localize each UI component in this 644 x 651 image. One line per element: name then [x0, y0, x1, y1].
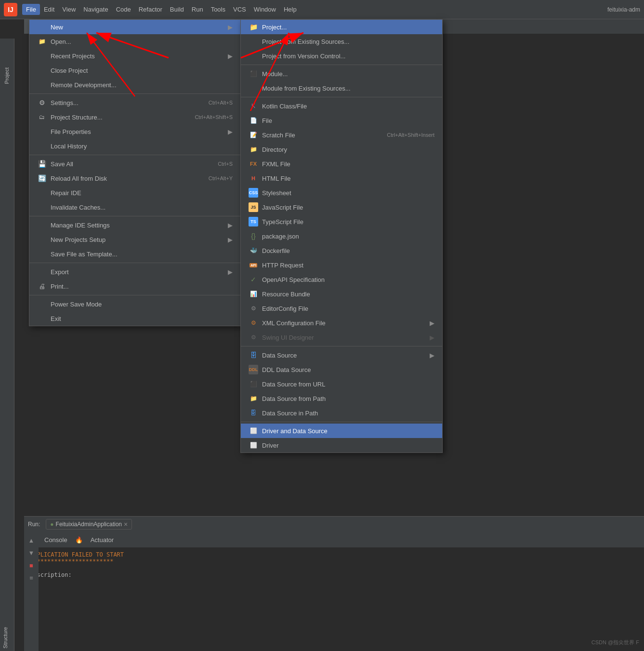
- menu-file-power-save-label: Power Save Mode: [51, 301, 233, 308]
- new-submenu-package-json[interactable]: {} package.json: [241, 229, 442, 243]
- menu-file-export[interactable]: Export ▶: [29, 265, 240, 279]
- menu-file-save-template[interactable]: Save File as Template...: [29, 247, 240, 261]
- new-submenu-datasource[interactable]: 🗄 Data Source ▶: [241, 348, 442, 362]
- menu-file-close[interactable]: Close Project: [29, 63, 240, 78]
- new-submenu-project-existing[interactable]: Project from Existing Sources...: [241, 34, 442, 49]
- new-submenu-resource-bundle-label: Resource Bundle: [262, 291, 434, 298]
- new-submenu-module[interactable]: ⬛ Module...: [241, 66, 442, 81]
- menu-tools[interactable]: Tools: [207, 4, 229, 15]
- new-submenu-swing-label: Swing UI Designer: [262, 334, 426, 341]
- menu-file-settings[interactable]: ⚙ Settings... Ctrl+Alt+S: [29, 95, 240, 110]
- new-submenu-datasource-url[interactable]: ⬛ Data Source from URL: [241, 377, 442, 391]
- new-submenu-typescript[interactable]: TS TypeScript File: [241, 214, 442, 229]
- menu-file-recent[interactable]: Recent Projects ▶: [29, 49, 240, 63]
- tab-console[interactable]: Console: [44, 536, 67, 544]
- menu-file-repair[interactable]: Repair IDE: [29, 186, 240, 200]
- new-submenu-directory[interactable]: 📁 Directory: [241, 142, 442, 157]
- new-submenu-datasource-in-path[interactable]: 🗄 Data Source in Path: [241, 406, 442, 420]
- menu-edit[interactable]: Edit: [40, 4, 58, 15]
- recent-icon: [37, 51, 47, 61]
- run-app-label[interactable]: ● FeituixiaAdminApplication ×: [46, 519, 132, 530]
- menu-run[interactable]: Run: [188, 4, 207, 15]
- manage-settings-arrow: ▶: [228, 222, 233, 229]
- menu-vcs[interactable]: VCS: [229, 4, 250, 15]
- new-submenu-project-vcs[interactable]: Project from Version Control...: [241, 49, 442, 63]
- menu-code[interactable]: Code: [112, 4, 135, 15]
- menu-file-project-structure[interactable]: 🗂 Project Structure... Ctrl+Alt+Shift+S: [29, 110, 240, 124]
- run-up-icon[interactable]: ▲: [27, 536, 36, 545]
- menu-file-remote[interactable]: Remote Development...: [29, 78, 240, 92]
- new-submenu-http-request[interactable]: API HTTP Request: [241, 258, 442, 272]
- new-submenu-project[interactable]: 📁 Project...: [241, 20, 442, 34]
- menu-file-invalidate[interactable]: Invalidate Caches...: [29, 200, 240, 214]
- reload-icon: 🔄: [37, 173, 47, 183]
- project-label[interactable]: Project: [4, 67, 10, 84]
- xml-config-arrow: ▶: [430, 319, 434, 327]
- run-list-icon[interactable]: ≡: [27, 573, 36, 582]
- menu-file-print[interactable]: 🖨 Print...: [29, 279, 240, 293]
- new-submenu-dockerfile[interactable]: 🐳 Dockerfile: [241, 243, 442, 258]
- datasource-icon: 🗄: [249, 350, 258, 360]
- new-submenu-stylesheet[interactable]: CSS Stylesheet: [241, 186, 442, 200]
- datasource-url-icon: ⬛: [249, 379, 258, 389]
- new-submenu-ddl-datasource[interactable]: DDL DDL Data Source: [241, 362, 442, 377]
- menu-file-print-label: Print...: [51, 283, 233, 290]
- tab-actuator[interactable]: Actuator: [91, 536, 114, 544]
- menu-file-recent-label: Recent Projects: [51, 53, 224, 60]
- http-request-icon: API: [249, 260, 258, 270]
- menu-file-local-history[interactable]: Local History: [29, 139, 240, 153]
- menu-file-save-all-label: Save All: [51, 160, 208, 168]
- menu-navigate[interactable]: Navigate: [79, 4, 112, 15]
- datasource-path-icon: 📁: [249, 394, 258, 403]
- new-submenu-file[interactable]: 📄 File: [241, 113, 442, 128]
- new-submenu-fxml[interactable]: FX FXML File: [241, 157, 442, 171]
- structure-label[interactable]: Structure: [2, 627, 8, 649]
- new-submenu-editorconfig[interactable]: ⚙ EditorConfig File: [241, 301, 442, 316]
- new-submenu-editorconfig-label: EditorConfig File: [262, 305, 434, 312]
- new-submenu-openapi[interactable]: ✓ OpenAPI Specification: [241, 272, 442, 287]
- menu-file[interactable]: File: [22, 4, 40, 15]
- menu-build[interactable]: Build: [166, 4, 188, 15]
- project-vcs-icon: [249, 51, 258, 61]
- menu-help[interactable]: Help: [280, 4, 301, 15]
- new-submenu-resource-bundle[interactable]: 📊 Resource Bundle: [241, 287, 442, 301]
- recent-arrow-icon: ▶: [228, 53, 233, 60]
- menu-view[interactable]: View: [58, 4, 79, 15]
- new-submenu-xml-config[interactable]: ⚙ XML Configuration File ▶: [241, 316, 442, 330]
- new-submenu-driver-datasource[interactable]: ⬜ Driver and Data Source: [241, 424, 442, 438]
- menu-file-reload[interactable]: 🔄 Reload All from Disk Ctrl+Alt+Y: [29, 171, 240, 186]
- new-submenu-swing[interactable]: ⚙ Swing UI Designer ▶: [241, 330, 442, 345]
- menu-file-new[interactable]: New ▶: [29, 20, 240, 34]
- run-stop-icon[interactable]: ■: [27, 561, 36, 570]
- new-submenu-http-request-label: HTTP Request: [262, 262, 434, 269]
- new-submenu-module-existing[interactable]: Module from Existing Sources...: [241, 81, 442, 95]
- new-submenu-html[interactable]: H HTML File: [241, 171, 442, 186]
- new-submenu-datasource-label: Data Source: [262, 352, 426, 359]
- new-submenu-javascript[interactable]: JS JavaScript File: [241, 200, 442, 214]
- menu-file-power-save[interactable]: Power Save Mode: [29, 297, 240, 311]
- menu-file-manage-settings[interactable]: Manage IDE Settings ▶: [29, 218, 240, 232]
- menu-window[interactable]: Window: [250, 4, 280, 15]
- new-submenu-kotlin-label: Kotlin Class/File: [262, 103, 434, 110]
- menu-file-properties[interactable]: File Properties ▶: [29, 124, 240, 139]
- menu-refactor[interactable]: Refactor: [135, 4, 166, 15]
- menu-file-open[interactable]: 📁 Open...: [29, 34, 240, 49]
- new-submenu-module-label: Module...: [262, 70, 434, 78]
- separator-1: [29, 93, 240, 94]
- project-existing-icon: [249, 37, 258, 46]
- run-close-icon[interactable]: ×: [124, 520, 128, 528]
- run-down-icon[interactable]: ▼: [27, 548, 36, 557]
- left-panel: Project: [0, 39, 14, 651]
- new-submenu-datasource-path[interactable]: 📁 Data Source from Path: [241, 391, 442, 406]
- new-submenu-scratch[interactable]: 📝 Scratch File Ctrl+Alt+Shift+Insert: [241, 128, 442, 142]
- menu-file-save-all[interactable]: 💾 Save All Ctrl+S: [29, 157, 240, 171]
- new-submenu-driver[interactable]: ⬜ Driver: [241, 438, 442, 452]
- menu-file-new-projects-setup[interactable]: New Projects Setup ▶: [29, 232, 240, 247]
- run-side-toolbar: ▲ ▼ ■ ≡: [24, 532, 39, 651]
- new-submenu-driver-label: Driver: [262, 442, 434, 449]
- new-submenu-kotlin[interactable]: K Kotlin Class/File: [241, 99, 442, 113]
- menu-file-exit-label: Exit: [51, 315, 233, 322]
- menu-file-open-label: Open...: [51, 38, 233, 45]
- new-submenu-openapi-label: OpenAPI Specification: [262, 276, 434, 283]
- menu-file-exit[interactable]: Exit: [29, 311, 240, 326]
